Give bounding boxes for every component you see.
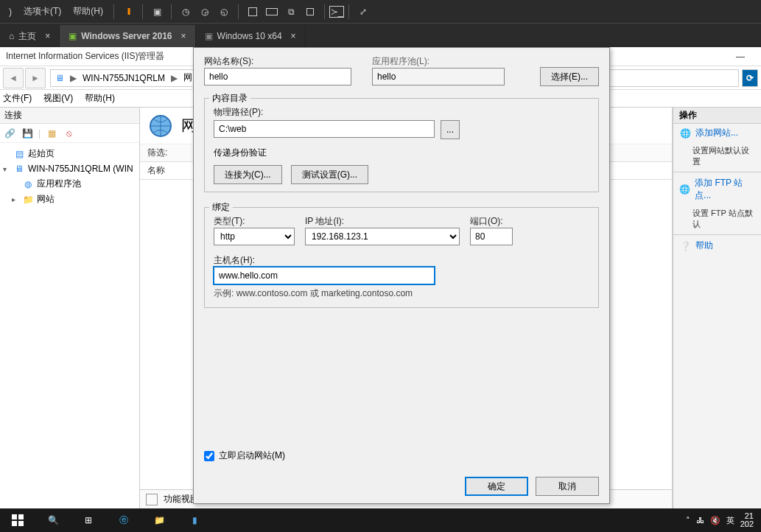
content-legend: 内容目录 bbox=[209, 92, 250, 105]
phys-path-input[interactable] bbox=[214, 120, 435, 138]
tray-date: 202 bbox=[740, 520, 754, 528]
start-now-checkbox[interactable] bbox=[204, 451, 214, 461]
vm-tab-home[interactable]: ⌂ 主页 × bbox=[0, 25, 60, 47]
action-set-site-defaults[interactable]: 设置网站默认设置 bbox=[673, 142, 761, 170]
type-select[interactable]: http bbox=[214, 228, 295, 245]
breadcrumb-node: WIN-N755JN1QRLM bbox=[83, 73, 165, 83]
clock1-icon[interactable]: ◷ bbox=[176, 2, 195, 21]
tree-label: 网站 bbox=[37, 193, 55, 206]
tree-sites[interactable]: ▸ 📁 网站 bbox=[1, 192, 138, 207]
task-view-button[interactable]: ⊞ bbox=[71, 508, 106, 532]
action-add-site[interactable]: 🌐 添加网站... bbox=[673, 124, 761, 142]
ie-button[interactable]: ⓔ bbox=[106, 508, 141, 532]
explorer-button[interactable]: 📁 bbox=[141, 508, 177, 532]
caret-right-icon[interactable]: ▸ bbox=[12, 195, 19, 203]
vm-menu-tabs[interactable]: 选项卡(T) bbox=[18, 5, 67, 18]
tray-up-icon[interactable]: ˄ bbox=[686, 516, 690, 525]
dialog-footer: 确定 取消 bbox=[194, 469, 609, 503]
snapshot-icon[interactable]: ▣ bbox=[147, 2, 166, 21]
vm-menu-help[interactable]: 帮助(H) bbox=[67, 5, 109, 18]
tree-label: WIN-N755JN1QRLM (WIN bbox=[28, 164, 133, 174]
connect-icon[interactable]: 🔗 bbox=[3, 127, 16, 140]
tree-label: 起始页 bbox=[28, 147, 55, 160]
site-name-input[interactable] bbox=[204, 68, 351, 85]
connections-panel: 连接 🔗 💾 | ▦ ⦸ ▤ 起始页 ▾ 🖥 WIN-N755JN1QRLM (… bbox=[0, 108, 140, 508]
actions-panel: 操作 🌐 添加网站... 设置网站默认设置 🌐 添加 FTP 站点... 设置 … bbox=[673, 108, 761, 508]
clock3-icon[interactable]: ◵ bbox=[214, 2, 234, 21]
filter-label: 筛选: bbox=[147, 147, 167, 159]
caret-down-icon[interactable]: ▾ bbox=[3, 165, 10, 173]
vm-tab-ws2016[interactable]: ▣ Windows Server 2016 × bbox=[60, 25, 195, 47]
page-icon: ▤ bbox=[13, 148, 25, 160]
system-tray[interactable]: ˄ 🖧 🔇 英 21 202 bbox=[678, 512, 761, 528]
layout3-icon[interactable]: ⧉ bbox=[281, 2, 301, 21]
pause-icon[interactable]: II bbox=[119, 2, 138, 21]
column-name[interactable]: 名称 bbox=[147, 164, 165, 177]
save-icon[interactable]: 💾 bbox=[21, 127, 34, 140]
tray-network-icon[interactable]: 🖧 bbox=[696, 516, 704, 525]
layout1-icon[interactable] bbox=[243, 2, 262, 21]
actions-header: 操作 bbox=[673, 108, 761, 124]
vm-tab-win10[interactable]: ▣ Windows 10 x64 × bbox=[196, 25, 306, 47]
action-label: 添加 FTP 站点... bbox=[695, 177, 755, 202]
cancel-button[interactable]: 取消 bbox=[536, 477, 599, 496]
action-help[interactable]: ❔ 帮助 bbox=[673, 237, 761, 255]
fullscreen-icon[interactable]: ⤢ bbox=[354, 2, 373, 21]
layout4-icon[interactable] bbox=[301, 2, 320, 21]
menu-file[interactable]: 文件(F) bbox=[3, 92, 32, 105]
minimize-button[interactable]: — bbox=[726, 52, 755, 62]
taskbar: 🔍 ⊞ ⓔ 📁 ▮ ˄ 🖧 🔇 英 21 202 bbox=[0, 508, 761, 532]
sites-icon[interactable]: ▦ bbox=[45, 127, 58, 140]
sites-large-icon bbox=[147, 113, 174, 139]
menu-view[interactable]: 视图(V) bbox=[43, 92, 73, 105]
start-now-row[interactable]: 立即启动网站(M) bbox=[204, 449, 599, 462]
tray-ime[interactable]: 英 bbox=[726, 515, 734, 526]
app-pool-input bbox=[372, 68, 505, 85]
action-add-ftp[interactable]: 🌐 添加 FTP 站点... bbox=[673, 174, 761, 205]
forward-button[interactable]: ► bbox=[25, 68, 46, 88]
browse-path-button[interactable]: ... bbox=[441, 120, 460, 139]
refresh-button[interactable]: ⟳ bbox=[742, 69, 758, 87]
connect-as-button[interactable]: 连接为(C)... bbox=[214, 165, 282, 184]
connections-toolbar: 🔗 💾 | ▦ ⦸ bbox=[0, 124, 139, 143]
close-icon[interactable]: × bbox=[291, 31, 296, 41]
features-view-icon bbox=[146, 494, 158, 505]
tree-app-pools[interactable]: ◍ 应用程序池 bbox=[1, 176, 138, 192]
search-button[interactable]: 🔍 bbox=[35, 508, 71, 532]
tree-start-page[interactable]: ▤ 起始页 bbox=[1, 146, 138, 161]
clock2-icon[interactable]: ◶ bbox=[195, 2, 214, 21]
folder-icon: 📁 bbox=[22, 194, 34, 206]
start-button[interactable] bbox=[0, 508, 35, 532]
action-set-ftp-defaults[interactable]: 设置 FTP 站点默认 bbox=[673, 205, 761, 233]
vm-icon: ▣ bbox=[69, 31, 77, 41]
connections-tree: ▤ 起始页 ▾ 🖥 WIN-N755JN1QRLM (WIN ◍ 应用程序池 ▸… bbox=[0, 143, 139, 210]
menu-help[interactable]: 帮助(H) bbox=[85, 92, 115, 105]
close-icon[interactable]: × bbox=[45, 31, 50, 41]
server-icon: 🖥 bbox=[13, 163, 25, 175]
tree-server[interactable]: ▾ 🖥 WIN-N755JN1QRLM (WIN bbox=[1, 161, 138, 176]
action-label: 添加网站... bbox=[695, 127, 738, 139]
stop-icon[interactable]: ⦸ bbox=[63, 127, 76, 140]
tree-label: 应用程序池 bbox=[37, 178, 81, 190]
vm-tab-win10-label: Windows 10 x64 bbox=[217, 31, 282, 41]
svg-rect-2 bbox=[18, 514, 24, 519]
ip-select[interactable]: 192.168.123.1 bbox=[305, 228, 460, 245]
binding-legend: 绑定 bbox=[209, 201, 233, 214]
close-icon[interactable]: × bbox=[181, 31, 186, 41]
vm-tabbar: ⌂ 主页 × ▣ Windows Server 2016 × ▣ Windows… bbox=[0, 24, 761, 47]
ok-button[interactable]: 确定 bbox=[465, 477, 528, 496]
test-settings-button[interactable]: 测试设置(G)... bbox=[291, 165, 368, 184]
port-input[interactable] bbox=[470, 228, 513, 245]
iis-button[interactable]: ▮ bbox=[177, 508, 212, 532]
hostname-input[interactable] bbox=[214, 267, 435, 284]
back-button[interactable]: ◄ bbox=[3, 68, 24, 88]
vm-toolbar: ) 选项卡(T) 帮助(H) II ▣ ◷ ◶ ◵ ⧉ ≻_ ⤢ bbox=[0, 0, 761, 24]
select-app-pool-button[interactable]: 选择(E)... bbox=[540, 67, 599, 86]
hostname-label: 主机名(H): bbox=[214, 255, 255, 265]
chevron-right-icon: ▶ bbox=[171, 73, 178, 83]
hostname-hint: 示例: www.contoso.com 或 marketing.contoso.… bbox=[214, 287, 589, 300]
layout2-icon[interactable] bbox=[262, 2, 281, 21]
console-icon[interactable]: ≻_ bbox=[329, 6, 344, 18]
vm-menu-edit-prev[interactable]: ) bbox=[3, 7, 18, 17]
tray-volume-icon[interactable]: 🔇 bbox=[710, 516, 720, 525]
